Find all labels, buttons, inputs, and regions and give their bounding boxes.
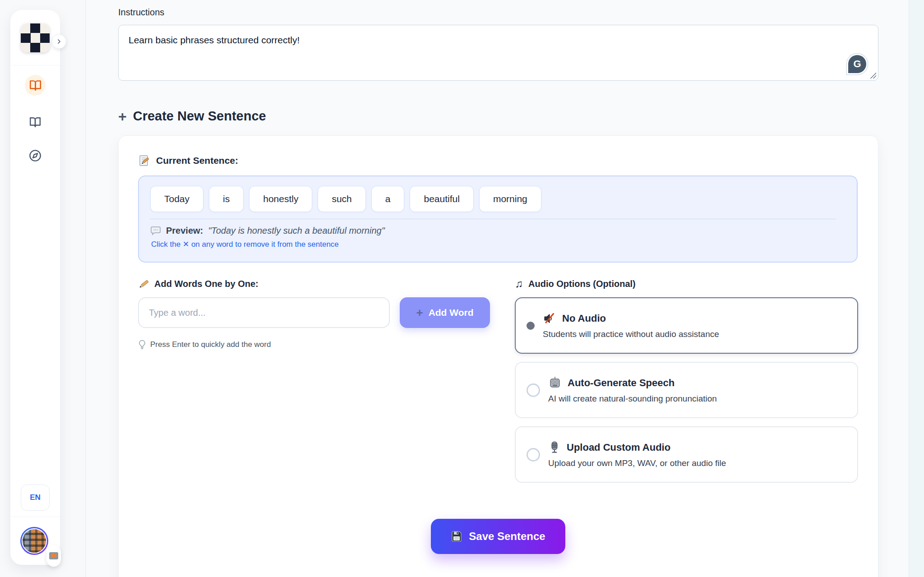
audio-option-upload-custom[interactable]: Upload Custom Audio Upload your own MP3,…	[515, 426, 858, 483]
current-sentence-label: Current Sentence:	[138, 155, 858, 166]
instructions-textarea[interactable]: Learn basic phrases structured correctly…	[119, 25, 878, 80]
remove-word-hint: Click the ✕ on any word to remove it fro…	[151, 240, 845, 249]
create-new-sentence-heading: + Create New Sentence	[118, 109, 878, 124]
main-content: Instructions Learn basic phrases structu…	[118, 0, 878, 577]
resize-handle[interactable]	[870, 72, 876, 78]
lightbulb-icon	[138, 340, 146, 350]
current-sentence-text: Current Sentence:	[156, 155, 238, 166]
radio-unselected-icon[interactable]	[527, 448, 540, 462]
add-words-section: Add Words One by One: + Add Word Press E…	[138, 278, 490, 483]
sentence-builder-card: Current Sentence: Today is honestly such…	[118, 135, 878, 577]
enter-hint-text: Press Enter to quickly add the word	[150, 340, 271, 349]
audio-option-description: Students will practice without audio ass…	[543, 329, 719, 339]
sidebar-item-lessons[interactable]	[25, 75, 46, 96]
word-chip[interactable]: morning	[479, 186, 541, 212]
speech-bubble-icon	[150, 225, 161, 236]
sidebar-item-explore[interactable]	[25, 145, 46, 166]
enter-hint: Press Enter to quickly add the word	[138, 340, 490, 350]
language-button[interactable]: EN	[21, 485, 50, 511]
word-input[interactable]	[138, 297, 390, 328]
audio-option-title: No Audio	[562, 313, 606, 324]
microphone-icon	[548, 441, 561, 454]
floppy-disk-icon	[451, 531, 462, 542]
user-avatar[interactable]	[20, 527, 48, 555]
save-sentence-button[interactable]: Save Sentence	[431, 519, 565, 554]
sidebar-expand-button[interactable]	[52, 34, 66, 49]
sidebar-item-library[interactable]	[25, 112, 46, 133]
app-logo[interactable]	[21, 23, 50, 52]
plus-icon: +	[416, 307, 423, 319]
memo-icon	[138, 155, 150, 166]
chevron-right-icon	[55, 38, 63, 45]
word-chip[interactable]: is	[209, 186, 244, 212]
word-chip[interactable]: beautiful	[410, 186, 473, 212]
avatar-badge	[46, 545, 61, 567]
word-chip-row: Today is honestly such a beautiful morni…	[150, 186, 845, 212]
panel-divider	[150, 219, 836, 219]
audio-option-title: Auto-Generate Speech	[568, 377, 675, 389]
word-chip[interactable]: a	[371, 186, 405, 212]
book-icon	[29, 116, 41, 128]
instructions-field-container: Learn basic phrases structured correctly…	[118, 25, 878, 81]
pencil-icon	[138, 278, 149, 289]
audio-options-section: ♫ Audio Options (Optional) No Audio Stud…	[515, 278, 858, 483]
add-words-label: Add Words One by One:	[138, 278, 490, 289]
compass-icon	[29, 149, 42, 162]
add-words-text: Add Words One by One:	[154, 279, 259, 289]
sentence-panel: Today is honestly such a beautiful morni…	[138, 175, 858, 263]
section-title: Create New Sentence	[133, 109, 266, 124]
open-book-icon	[29, 79, 42, 92]
audio-option-auto-generate[interactable]: Auto-Generate Speech AI will create natu…	[515, 362, 858, 418]
word-chip[interactable]: honestly	[249, 186, 312, 212]
audio-options-text: Audio Options (Optional)	[528, 279, 636, 289]
preview-label: Preview:	[166, 226, 203, 236]
save-sentence-label: Save Sentence	[469, 530, 545, 543]
preview-text: "Today is honestly such a beautiful morn…	[208, 226, 384, 236]
audio-options-label: ♫ Audio Options (Optional)	[515, 278, 858, 289]
sidebar-divider	[10, 65, 60, 65]
audio-option-title: Upload Custom Audio	[567, 442, 670, 453]
grammarly-icon[interactable]: G	[848, 55, 866, 73]
plus-icon: +	[118, 109, 127, 124]
word-chip[interactable]: such	[318, 186, 365, 212]
radio-selected-icon[interactable]	[527, 322, 535, 330]
audio-option-description: Upload your own MP3, WAV, or other audio…	[548, 458, 726, 468]
sidebar-divider	[10, 517, 60, 517]
add-word-button[interactable]: + Add Word	[400, 297, 490, 328]
instructions-label: Instructions	[118, 7, 878, 18]
grammarly-letter: G	[853, 58, 861, 70]
robot-icon	[548, 376, 562, 390]
audio-option-no-audio[interactable]: No Audio Students will practice without …	[515, 297, 858, 354]
sidebar: EN	[10, 10, 60, 565]
muted-speaker-icon	[543, 312, 556, 325]
right-scroll-gutter[interactable]	[909, 0, 924, 577]
audio-option-description: AI will create natural-sounding pronunci…	[548, 394, 717, 404]
add-word-label: Add Word	[429, 307, 474, 318]
preview-row: Preview: "Today is honestly such a beaut…	[150, 225, 845, 236]
avatar-image	[22, 528, 47, 554]
radio-unselected-icon[interactable]	[527, 383, 540, 397]
monitor-icon	[49, 552, 58, 559]
music-note-icon: ♫	[515, 278, 523, 289]
word-chip[interactable]: Today	[150, 186, 203, 212]
